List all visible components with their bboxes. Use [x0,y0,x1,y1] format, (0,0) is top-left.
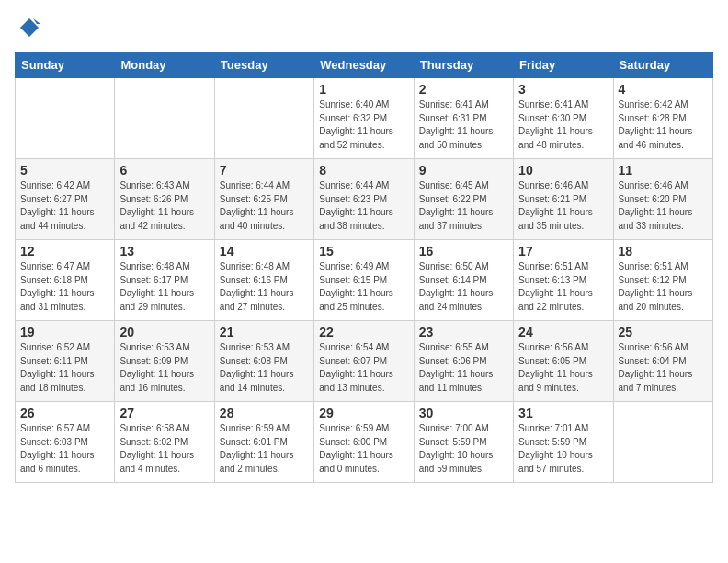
calendar-cell: 17Sunrise: 6:51 AM Sunset: 6:13 PM Dayli… [514,240,613,321]
calendar-cell: 8Sunrise: 6:44 AM Sunset: 6:23 PM Daylig… [314,159,414,240]
calendar-cell: 12Sunrise: 6:47 AM Sunset: 6:18 PM Dayli… [16,240,115,321]
calendar-cell: 2Sunrise: 6:41 AM Sunset: 6:31 PM Daylig… [414,78,513,159]
day-number: 30 [419,406,508,420]
day-info: Sunrise: 7:00 AM Sunset: 5:59 PM Dayligh… [419,422,508,476]
day-info: Sunrise: 6:50 AM Sunset: 6:14 PM Dayligh… [419,260,508,314]
day-number: 21 [220,325,309,339]
calendar-week-row: 26Sunrise: 6:57 AM Sunset: 6:03 PM Dayli… [16,402,713,483]
day-info: Sunrise: 6:51 AM Sunset: 6:12 PM Dayligh… [619,260,708,314]
day-info: Sunrise: 6:41 AM Sunset: 6:30 PM Dayligh… [518,98,608,152]
day-info: Sunrise: 6:41 AM Sunset: 6:31 PM Dayligh… [419,98,508,152]
calendar-table: SundayMondayTuesdayWednesdayThursdayFrid… [15,52,713,483]
day-info: Sunrise: 6:49 AM Sunset: 6:15 PM Dayligh… [319,260,408,314]
calendar-cell: 7Sunrise: 6:44 AM Sunset: 6:25 PM Daylig… [214,159,313,240]
calendar-cell [115,78,214,159]
day-number: 11 [619,163,708,178]
weekday-header-sunday: Sunday [16,52,115,78]
day-info: Sunrise: 6:59 AM Sunset: 6:01 PM Dayligh… [220,422,309,476]
calendar-cell: 16Sunrise: 6:50 AM Sunset: 6:14 PM Dayli… [414,240,513,321]
day-info: Sunrise: 6:54 AM Sunset: 6:07 PM Dayligh… [319,341,408,395]
day-info: Sunrise: 6:52 AM Sunset: 6:11 PM Dayligh… [20,341,109,395]
calendar-week-row: 5Sunrise: 6:42 AM Sunset: 6:27 PM Daylig… [16,159,713,240]
day-info: Sunrise: 6:53 AM Sunset: 6:09 PM Dayligh… [119,341,209,395]
day-number: 22 [319,325,408,339]
calendar-week-row: 12Sunrise: 6:47 AM Sunset: 6:18 PM Dayli… [16,240,713,321]
day-info: Sunrise: 6:58 AM Sunset: 6:02 PM Dayligh… [119,422,209,476]
day-info: Sunrise: 6:42 AM Sunset: 6:27 PM Dayligh… [20,179,109,233]
day-info: Sunrise: 6:48 AM Sunset: 6:16 PM Dayligh… [220,260,309,314]
day-number: 12 [20,244,109,259]
day-info: Sunrise: 6:43 AM Sunset: 6:26 PM Dayligh… [119,179,209,233]
day-info: Sunrise: 6:47 AM Sunset: 6:18 PM Dayligh… [20,260,109,314]
day-info: Sunrise: 6:55 AM Sunset: 6:06 PM Dayligh… [419,341,508,395]
calendar-cell: 31Sunrise: 7:01 AM Sunset: 5:59 PM Dayli… [514,402,613,483]
weekday-header-saturday: Saturday [613,52,712,78]
calendar-cell: 4Sunrise: 6:42 AM Sunset: 6:28 PM Daylig… [613,78,712,159]
calendar-cell: 26Sunrise: 6:57 AM Sunset: 6:03 PM Dayli… [16,402,115,483]
day-info: Sunrise: 6:57 AM Sunset: 6:03 PM Dayligh… [20,422,109,476]
calendar-cell: 10Sunrise: 6:46 AM Sunset: 6:21 PM Dayli… [514,159,613,240]
calendar-cell: 18Sunrise: 6:51 AM Sunset: 6:12 PM Dayli… [613,240,712,321]
calendar-cell: 24Sunrise: 6:56 AM Sunset: 6:05 PM Dayli… [514,321,613,402]
weekday-header-wednesday: Wednesday [314,52,414,78]
day-number: 3 [518,82,608,97]
day-number: 8 [319,163,408,178]
day-number: 31 [518,406,608,420]
day-info: Sunrise: 6:51 AM Sunset: 6:13 PM Dayligh… [518,260,608,314]
day-number: 25 [619,325,708,339]
calendar-cell: 21Sunrise: 6:53 AM Sunset: 6:08 PM Dayli… [214,321,313,402]
calendar-cell: 11Sunrise: 6:46 AM Sunset: 6:20 PM Dayli… [613,159,712,240]
day-number: 15 [319,244,408,259]
calendar-cell [214,78,313,159]
day-number: 18 [619,244,708,259]
calendar-cell: 6Sunrise: 6:43 AM Sunset: 6:26 PM Daylig… [115,159,214,240]
calendar-header-row: SundayMondayTuesdayWednesdayThursdayFrid… [16,52,713,78]
calendar-cell: 3Sunrise: 6:41 AM Sunset: 6:30 PM Daylig… [514,78,613,159]
day-number: 13 [119,244,209,259]
svg-marker-1 [33,18,40,24]
calendar-cell: 22Sunrise: 6:54 AM Sunset: 6:07 PM Dayli… [314,321,414,402]
day-info: Sunrise: 6:42 AM Sunset: 6:28 PM Dayligh… [619,98,708,152]
day-number: 10 [518,163,608,178]
day-info: Sunrise: 6:45 AM Sunset: 6:22 PM Dayligh… [419,179,508,233]
day-number: 2 [419,82,508,97]
day-info: Sunrise: 6:59 AM Sunset: 6:00 PM Dayligh… [319,422,408,476]
weekday-header-tuesday: Tuesday [214,52,313,78]
day-info: Sunrise: 6:46 AM Sunset: 6:21 PM Dayligh… [518,179,608,233]
day-number: 4 [619,82,708,97]
calendar-cell: 23Sunrise: 6:55 AM Sunset: 6:06 PM Dayli… [414,321,513,402]
day-number: 14 [220,244,309,259]
calendar-cell: 1Sunrise: 6:40 AM Sunset: 6:32 PM Daylig… [314,78,414,159]
day-info: Sunrise: 6:46 AM Sunset: 6:20 PM Dayligh… [619,179,708,233]
calendar-cell: 19Sunrise: 6:52 AM Sunset: 6:11 PM Dayli… [16,321,115,402]
day-number: 1 [319,82,408,97]
day-number: 7 [220,163,309,178]
day-info: Sunrise: 6:53 AM Sunset: 6:08 PM Dayligh… [220,341,309,395]
day-info: Sunrise: 6:56 AM Sunset: 6:04 PM Dayligh… [619,341,708,395]
day-info: Sunrise: 6:56 AM Sunset: 6:05 PM Dayligh… [518,341,608,395]
page-header [15,15,713,40]
day-number: 6 [119,163,209,178]
calendar-cell: 30Sunrise: 7:00 AM Sunset: 5:59 PM Dayli… [414,402,513,483]
calendar-cell [613,402,712,483]
calendar-week-row: 19Sunrise: 6:52 AM Sunset: 6:11 PM Dayli… [16,321,713,402]
weekday-header-monday: Monday [115,52,214,78]
day-number: 27 [119,406,209,420]
day-number: 23 [419,325,508,339]
day-info: Sunrise: 6:40 AM Sunset: 6:32 PM Dayligh… [319,98,408,152]
day-number: 5 [20,163,109,178]
day-info: Sunrise: 6:44 AM Sunset: 6:25 PM Dayligh… [220,179,309,233]
calendar-cell: 15Sunrise: 6:49 AM Sunset: 6:15 PM Dayli… [314,240,414,321]
day-info: Sunrise: 6:44 AM Sunset: 6:23 PM Dayligh… [319,179,408,233]
day-number: 20 [119,325,209,339]
day-number: 28 [220,406,309,420]
calendar-cell: 13Sunrise: 6:48 AM Sunset: 6:17 PM Dayli… [115,240,214,321]
logo-icon [17,15,42,40]
calendar-cell: 9Sunrise: 6:45 AM Sunset: 6:22 PM Daylig… [414,159,513,240]
calendar-cell: 25Sunrise: 6:56 AM Sunset: 6:04 PM Dayli… [613,321,712,402]
day-number: 29 [319,406,408,420]
day-number: 16 [419,244,508,259]
calendar-cell: 27Sunrise: 6:58 AM Sunset: 6:02 PM Dayli… [115,402,214,483]
day-info: Sunrise: 6:48 AM Sunset: 6:17 PM Dayligh… [119,260,209,314]
day-number: 26 [20,406,109,420]
